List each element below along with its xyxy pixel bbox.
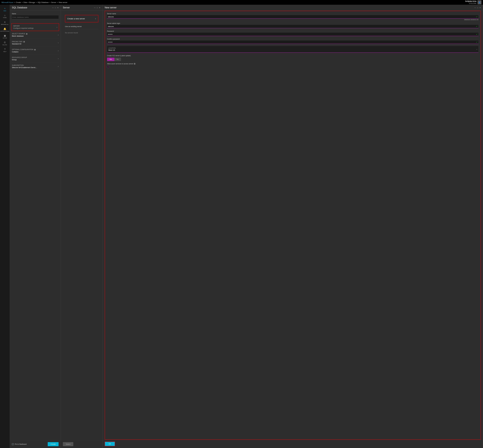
- sidebar-item-help[interactable]: ? HELP: [0, 47, 10, 54]
- newserver-maximize-button[interactable]: □: [477, 7, 478, 9]
- location-text: LOCATION West US: [108, 47, 116, 51]
- admin-login-checkmark: ✓: [476, 25, 478, 27]
- breadcrumb-azure[interactable]: Microsoft Azure: [1, 1, 13, 3]
- pin-checkbox[interactable]: ✓: [12, 443, 14, 445]
- server-maximize-button[interactable]: □: [97, 7, 98, 9]
- server-panel-footer: Select: [61, 440, 103, 448]
- allow-checkbox[interactable]: ✓: [107, 66, 109, 68]
- breadcrumb-create[interactable]: Create: [16, 1, 21, 3]
- server-row-title: SERVER: [13, 25, 34, 27]
- location-chevron: ›: [476, 48, 477, 50]
- allow-info-icon[interactable]: i: [134, 63, 135, 65]
- pin-row: ✓ Pin to Startboard: [12, 443, 26, 445]
- resource-group-text: RESOURCE GROUP Group: [12, 56, 27, 61]
- confirm-password-label: Confirm password: [107, 38, 478, 40]
- new-server-panel-controls: — □ ✕: [474, 7, 481, 9]
- sidebar-item-new-label: NEW: [4, 10, 6, 11]
- server-panel-title: Server: [63, 6, 70, 9]
- pricing-tier-info-icon[interactable]: i: [23, 41, 25, 43]
- allow-label: Allow azure services to access server i: [107, 63, 478, 65]
- admin-login-input-row: ✓: [107, 25, 478, 28]
- server-name-suffix: .database.windows.net: [107, 19, 478, 20]
- newserver-minimize-button[interactable]: —: [474, 7, 476, 9]
- select-source-value: Blank database: [12, 35, 28, 37]
- admin-login-input[interactable]: [108, 25, 475, 27]
- server-name-input-row: ✓: [107, 15, 478, 19]
- create-server-chevron: ›: [95, 17, 96, 20]
- sql-close-button[interactable]: ✕: [57, 7, 59, 9]
- password-input[interactable]: [108, 33, 475, 35]
- v12-section: Create V12 server (Latest update) Yes No: [107, 55, 478, 61]
- v12-yes-button[interactable]: Yes: [107, 58, 114, 61]
- sql-minimize-button[interactable]: —: [52, 7, 54, 9]
- create-button[interactable]: Create: [48, 442, 59, 446]
- select-button[interactable]: Select: [63, 442, 73, 446]
- server-row-text: SERVER Configure required settings: [13, 25, 34, 29]
- sidebar-item-active-label: ACTIVE: [3, 37, 7, 39]
- select-source-row[interactable]: Select Source i Blank database ›: [12, 31, 59, 39]
- create-new-server-box[interactable]: Create a new server ›: [65, 15, 98, 22]
- pricing-tier-chevron: ›: [58, 42, 59, 44]
- sql-panel-controls: — □ ✕: [52, 7, 59, 9]
- location-row[interactable]: LOCATION West US ›: [107, 46, 478, 53]
- select-source-chevron: ›: [58, 34, 59, 36]
- browse-icon: ≡: [4, 21, 6, 23]
- server-name-input[interactable]: [108, 16, 475, 18]
- sidebar-item-notifications[interactable]: 🔔 NOTIFICATIONS: [0, 26, 10, 33]
- confirm-password-checkmark: ✓: [476, 41, 478, 43]
- help-icon: ?: [4, 48, 6, 50]
- create-server-label: Create a new server: [67, 17, 85, 20]
- sidebar-item-home[interactable]: ⌂ HOME: [0, 13, 10, 20]
- sidebar-item-browse[interactable]: ≡ BROWSE ALL: [0, 20, 10, 26]
- password-checkmark: ✓: [476, 33, 478, 35]
- select-source-info-icon[interactable]: i: [26, 33, 28, 35]
- billing-icon: ©: [4, 41, 6, 44]
- server-close-button[interactable]: ✕: [99, 7, 100, 9]
- sidebar-item-active[interactable]: ▣ ACTIVE: [0, 33, 10, 40]
- breadcrumb-datastorage[interactable]: Data + Storage: [24, 1, 35, 3]
- sidebar-item-new[interactable]: + NEW: [0, 6, 10, 13]
- breadcrumb-sqldatabase[interactable]: SQL Database: [38, 1, 49, 3]
- content-area: SQL Database — □ ✕ Name SERVER Configure…: [10, 5, 483, 448]
- optional-config-row[interactable]: Optional configuration i Collation ›: [12, 47, 59, 55]
- optional-config-title: Optional configuration i: [12, 49, 36, 51]
- confirm-password-input[interactable]: [108, 41, 475, 43]
- plus-icon: +: [4, 7, 6, 10]
- allow-section: Allow azure services to access server i …: [107, 63, 478, 68]
- optional-config-info-icon[interactable]: i: [34, 49, 36, 51]
- pricing-tier-text: Pricing Tier i Standard S0: [12, 41, 25, 45]
- sql-panel-title: SQL Database: [12, 6, 27, 9]
- pricing-tier-row[interactable]: Pricing Tier i Standard S0 ›: [12, 39, 59, 47]
- top-bar: Microsoft Azure > Create > Data + Storag…: [0, 0, 483, 5]
- user-info: Schijioke-Uche SITECORE: [465, 0, 476, 4]
- optional-config-text: Optional configuration i Collation: [12, 49, 36, 53]
- breadcrumb-newserver: New server: [59, 1, 67, 3]
- sidebar-item-billing[interactable]: © BILLING: [0, 40, 10, 47]
- v12-no-button[interactable]: No: [114, 58, 121, 61]
- ok-button[interactable]: OK: [105, 442, 115, 446]
- user-profile[interactable]: Schijioke-Uche SITECORE 👤: [465, 0, 482, 4]
- database-name-label: Name: [12, 13, 59, 15]
- no-servers-label: No servers found: [65, 30, 98, 35]
- pricing-tier-value: Standard S0: [12, 43, 25, 45]
- main-layout: + NEW ⌂ HOME ≡ BROWSE ALL 🔔 NOTIFICATION…: [0, 5, 483, 448]
- subscription-value: Sitecore NA Enablement Servic...: [12, 66, 37, 68]
- subscription-row[interactable]: SUBSCRIPTION Sitecore NA Enablement Serv…: [12, 63, 59, 71]
- location-value-label: West US: [108, 49, 116, 51]
- server-minimize-button[interactable]: —: [94, 7, 95, 9]
- confirm-password-input-row: ✓: [107, 40, 478, 44]
- top-bar-right: Schijioke-Uche SITECORE 👤: [465, 0, 482, 4]
- subscription-chevron: ›: [58, 65, 59, 67]
- newserver-close-button[interactable]: ✕: [479, 7, 481, 9]
- resource-group-title: RESOURCE GROUP: [12, 56, 27, 58]
- sidebar-item-home-label: HOME: [3, 17, 7, 18]
- select-source-text: Select Source i Blank database: [12, 33, 28, 37]
- existing-server-section: Use an existing server No servers found: [63, 24, 100, 35]
- server-config-row[interactable]: SERVER Configure required settings ›: [11, 23, 59, 31]
- breadcrumb-server[interactable]: Server: [51, 1, 56, 3]
- sql-maximize-button[interactable]: □: [55, 7, 56, 9]
- database-name-input[interactable]: [12, 16, 59, 19]
- v12-label: Create V12 server (Latest update): [107, 55, 478, 56]
- sql-panel-footer: ✓ Pin to Startboard Create: [10, 440, 61, 448]
- resource-group-row[interactable]: RESOURCE GROUP Group ›: [12, 55, 59, 63]
